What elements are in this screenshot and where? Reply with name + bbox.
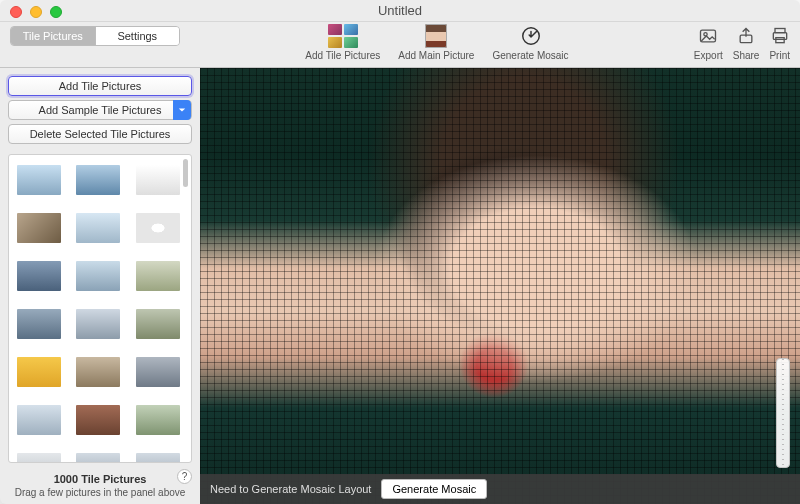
add-tile-pictures-button[interactable]: Add Tile Pictures: [305, 24, 380, 61]
tile-thumbnail[interactable]: [76, 453, 120, 463]
tile-thumbnail[interactable]: [76, 357, 120, 387]
scrollbar-thumb[interactable]: [183, 159, 188, 187]
tile-thumbnail[interactable]: [136, 165, 180, 195]
tile-thumbnail[interactable]: [136, 309, 180, 339]
tile-thumbnail[interactable]: [17, 261, 61, 291]
tile-thumbnail-panel[interactable]: [8, 154, 192, 463]
tab-settings[interactable]: Settings: [95, 27, 180, 45]
generate-mosaic-button[interactable]: Generate Mosaic: [492, 24, 568, 61]
add-sample-tile-pictures-button[interactable]: Add Sample Tile Pictures: [8, 100, 192, 120]
status-message: Need to Generate Mosaic Layout: [210, 483, 371, 495]
view-segmented[interactable]: Tile Pictures Settings: [10, 26, 180, 46]
share-label: Share: [733, 50, 760, 61]
traffic-lights: [10, 6, 62, 18]
tile-thumbnail[interactable]: [76, 405, 120, 435]
titlebar: Untitled: [0, 0, 800, 22]
tile-thumbnail[interactable]: [17, 405, 61, 435]
add-main-picture-button[interactable]: Add Main Picture: [398, 24, 474, 61]
print-button[interactable]: Print: [769, 24, 790, 61]
tile-thumbnail[interactable]: [76, 213, 120, 243]
generate-mosaic-label: Generate Mosaic: [492, 50, 568, 61]
close-button[interactable]: [10, 6, 22, 18]
add-tile-pictures-sidebar-button[interactable]: Add Tile Pictures: [8, 76, 192, 96]
export-button[interactable]: Export: [694, 24, 723, 61]
tab-tile-pictures[interactable]: Tile Pictures: [11, 27, 95, 45]
tile-thumbnail[interactable]: [17, 357, 61, 387]
zoom-slider[interactable]: [776, 358, 790, 468]
export-label: Export: [694, 50, 723, 61]
tile-thumbnail[interactable]: [17, 309, 61, 339]
tile-thumbnail[interactable]: [76, 309, 120, 339]
drag-hint: Drag a few pictures in the panel above: [8, 487, 192, 498]
tile-thumbnail[interactable]: [17, 213, 61, 243]
share-icon: [736, 24, 756, 48]
tile-thumbnail[interactable]: [17, 165, 61, 195]
maximize-button[interactable]: [50, 6, 62, 18]
delete-selected-tile-pictures-button[interactable]: Delete Selected Tile Pictures: [8, 124, 192, 144]
sidebar-footer: ? 1000 Tile Pictures Drag a few pictures…: [8, 467, 192, 498]
tile-thumbnail[interactable]: [76, 261, 120, 291]
generate-mosaic-statusbar-button[interactable]: Generate Mosaic: [381, 479, 487, 499]
export-icon: [698, 24, 718, 48]
tile-thumbnail[interactable]: [136, 405, 180, 435]
share-button[interactable]: Share: [733, 24, 760, 61]
svg-rect-6: [776, 38, 784, 43]
tile-thumbnail[interactable]: [136, 213, 180, 243]
tile-count-label: 1000 Tile Pictures: [8, 473, 192, 485]
generate-icon: [520, 24, 542, 48]
tile-thumbnail[interactable]: [136, 357, 180, 387]
dropdown-toggle[interactable]: [173, 100, 191, 120]
tile-thumbnail[interactable]: [17, 453, 61, 463]
window-title: Untitled: [378, 3, 422, 18]
help-button[interactable]: ?: [177, 469, 192, 484]
add-main-picture-label: Add Main Picture: [398, 50, 474, 61]
app-window: Untitled Tile Pictures Settings Add Tile…: [0, 0, 800, 504]
main-canvas[interactable]: Need to Generate Mosaic Layout Generate …: [200, 68, 800, 504]
statusbar: Need to Generate Mosaic Layout Generate …: [200, 474, 800, 504]
tile-thumbnail[interactable]: [136, 261, 180, 291]
sidebar: Add Tile Pictures Add Sample Tile Pictur…: [0, 68, 200, 504]
add-tile-pictures-label: Add Tile Pictures: [305, 50, 380, 61]
tile-grid-icon: [328, 24, 358, 48]
print-label: Print: [769, 50, 790, 61]
add-sample-tile-pictures-label: Add Sample Tile Pictures: [39, 104, 162, 116]
tile-thumbnail[interactable]: [76, 165, 120, 195]
tile-thumbnail[interactable]: [136, 453, 180, 463]
mosaic-grid-overlay: [200, 68, 800, 504]
toolbar: Tile Pictures Settings Add Tile Pictures…: [0, 22, 800, 68]
portrait-icon: [425, 24, 447, 48]
minimize-button[interactable]: [30, 6, 42, 18]
print-icon: [770, 24, 790, 48]
